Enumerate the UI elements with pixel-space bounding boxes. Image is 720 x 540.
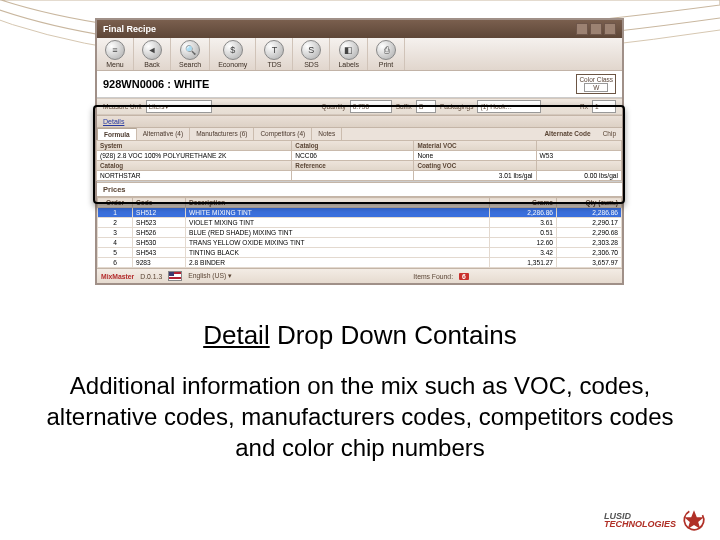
details-toggle[interactable]: Details — [103, 118, 124, 125]
slide-title: Detail Drop Down Contains — [0, 320, 720, 351]
flag-icon — [168, 271, 182, 281]
reference-label: Reference — [292, 161, 413, 170]
system-label: System — [97, 141, 291, 150]
economy-button[interactable]: $Economy — [210, 38, 256, 70]
col-code[interactable]: Code — [133, 198, 186, 208]
tab-competitors[interactable]: Competitors (4) — [254, 128, 312, 140]
labels-button-icon: ◧ — [339, 40, 359, 60]
sds-button-icon: S — [301, 40, 321, 60]
detail-grid: System Catalog Material VOC (928) 2.8 VO… — [97, 141, 622, 182]
table-header-row: Order Code Description Grams Qty (cum.) — [98, 198, 622, 208]
rx-input[interactable]: 1 — [592, 100, 616, 113]
prices-header[interactable]: Prices — [97, 182, 622, 197]
toolbar-label: Economy — [218, 61, 247, 68]
material-voc2-value: 0.00 lbs/gal — [536, 170, 622, 181]
back-button[interactable]: ◄Back — [134, 38, 171, 70]
slide-body: Additional information on the mix such a… — [30, 370, 690, 464]
back-button-icon: ◄ — [142, 40, 162, 60]
toolbar-label: Labels — [338, 61, 359, 68]
app-version: D.0.1.3 — [140, 273, 162, 280]
color-class-box: Color Class W — [576, 74, 616, 94]
color-class-label: Color Class — [579, 76, 613, 83]
packagings-label: Packagings — [440, 103, 474, 110]
quantity-input[interactable]: 0.750 — [350, 100, 392, 113]
packagings-select[interactable]: (1) Hook… — [477, 100, 541, 113]
sds-button[interactable]: SSDS — [293, 38, 330, 70]
table-row[interactable]: 692832.8 BINDER1,351.273,657.97 — [98, 258, 622, 268]
coating-voc-value: 3.01 lbs/gal — [413, 170, 536, 181]
color-class-value: W — [584, 83, 608, 92]
language-select[interactable]: English (US) ▾ — [188, 272, 258, 280]
window-title: Final Recipe — [103, 24, 156, 34]
app-brand: MixMaster — [101, 273, 134, 280]
rx-label: Rx — [580, 103, 588, 110]
close-button[interactable] — [604, 23, 616, 35]
logo-text-bottom: TECHNOLOGIES — [604, 520, 676, 528]
table-row[interactable]: 2SH523VIOLET MIXING TINT3.612,290.17 — [98, 218, 622, 228]
search-button-icon: 🔍 — [180, 40, 200, 60]
table-row[interactable]: 4SH530TRANS YELLOW OXIDE MIXING TINT12.6… — [98, 238, 622, 248]
ingredients-table: Order Code Description Grams Qty (cum.) … — [97, 197, 622, 268]
col-grams[interactable]: Grams — [490, 198, 557, 208]
quantity-label: Quantity — [322, 103, 346, 110]
suffix-label: Suffix — [396, 103, 412, 110]
tab-notes[interactable]: Notes — [312, 128, 342, 140]
table-row[interactable]: 3SH526BLUE (RED SHADE) MIXING TINT0.512,… — [98, 228, 622, 238]
reference-value — [291, 170, 414, 181]
items-found-label: Items Found: — [413, 273, 453, 280]
tab-formula[interactable]: Formula — [97, 128, 137, 140]
col-order[interactable]: Order — [98, 198, 133, 208]
catalog2-label: Catalog — [97, 161, 291, 170]
tab-manufacturers[interactable]: Manufacturers (6) — [190, 128, 254, 140]
measure-row: Measure Unit Liters ▾ Quantity 0.750 Suf… — [97, 98, 622, 115]
main-toolbar: ≡Menu◄Back🔍Search$EconomyTTDSSSDS◧Labels… — [97, 38, 622, 71]
logo-star-icon — [680, 506, 708, 534]
titlebar: Final Recipe — [97, 20, 622, 38]
tds-button[interactable]: TTDS — [256, 38, 293, 70]
toolbar-label: Print — [379, 61, 393, 68]
chevron-down-icon: ▾ — [228, 272, 232, 279]
blank-head — [537, 161, 621, 170]
labels-button[interactable]: ◧Labels — [330, 38, 368, 70]
toolbar-label: Back — [144, 61, 160, 68]
col-description[interactable]: Description — [186, 198, 490, 208]
catalog-label: Catalog — [292, 141, 413, 150]
minimize-button[interactable] — [576, 23, 588, 35]
chip-col-label — [537, 141, 621, 150]
chip-label: Chip — [597, 128, 622, 140]
app-window: Final Recipe ≡Menu◄Back🔍Search$EconomyTT… — [95, 18, 624, 285]
toolbar-label: Menu — [106, 61, 124, 68]
tab-alternative[interactable]: Alternative (4) — [137, 128, 190, 140]
recipe-header: 928WN0006 : WHITE — [103, 78, 209, 90]
suffix-select[interactable]: B — [416, 100, 436, 113]
economy-button-icon: $ — [223, 40, 243, 60]
footer-logo: LUSID TECHNOLOGIES — [604, 506, 708, 534]
print-button-icon: ⎙ — [376, 40, 396, 60]
status-bar: MixMaster D.0.1.3 English (US) ▾ Items F… — [97, 268, 622, 283]
toolbar-label: TDS — [267, 61, 281, 68]
maximize-button[interactable] — [590, 23, 602, 35]
measure-unit-label: Measure Unit — [103, 103, 142, 110]
items-found-count: 6 — [459, 273, 469, 280]
chevron-down-icon: ▾ — [165, 103, 169, 111]
measure-unit-select[interactable]: Liters ▾ — [146, 100, 212, 113]
toolbar-label: Search — [179, 61, 201, 68]
search-button[interactable]: 🔍Search — [171, 38, 210, 70]
col-qty-cum[interactable]: Qty (cum.) — [557, 198, 622, 208]
table-row[interactable]: 5SH543TINTING BLACK3.422,306.70 — [98, 248, 622, 258]
material-voc-label: Material VOC — [414, 141, 535, 150]
coating-voc-label: Coating VOC — [414, 161, 535, 170]
tds-button-icon: T — [264, 40, 284, 60]
alternate-code-label: Alternate Code — [538, 128, 596, 140]
toolbar-label: SDS — [304, 61, 318, 68]
catalog2-value: NORTHSTAR — [96, 170, 292, 181]
print-button[interactable]: ⎙Print — [368, 38, 405, 70]
menu-button-icon: ≡ — [105, 40, 125, 60]
menu-button[interactable]: ≡Menu — [97, 38, 134, 70]
table-row[interactable]: 1SH512WHITE MIXING TINT2,286.862,286.86 — [98, 208, 622, 218]
